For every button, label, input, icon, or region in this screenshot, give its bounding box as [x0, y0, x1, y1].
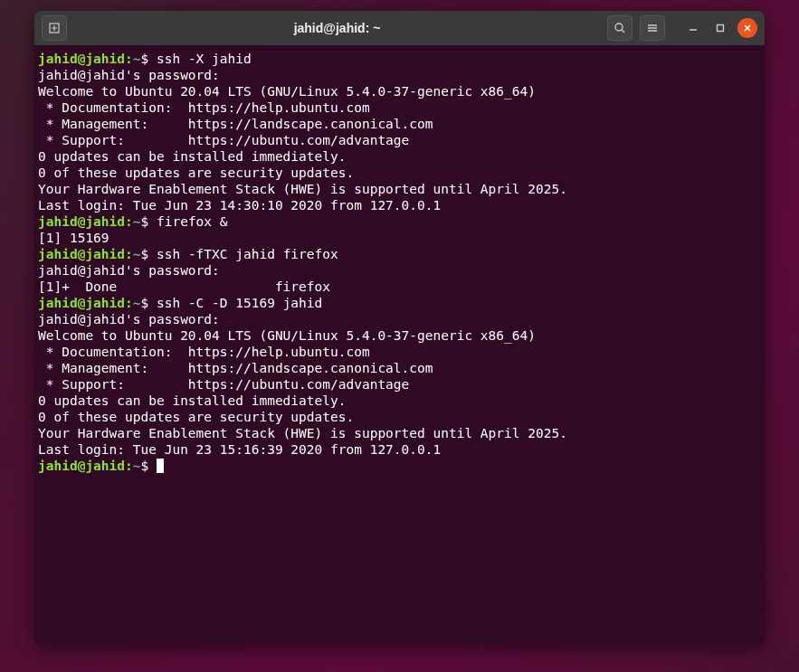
output-line: jahid@jahid's password: — [38, 67, 761, 83]
prompt-dollar: $ — [141, 296, 149, 310]
svg-point-3 — [615, 24, 623, 31]
minimize-button[interactable] — [683, 18, 703, 38]
new-tab-button[interactable] — [42, 15, 67, 41]
output-line: 0 of these updates are security updates. — [38, 409, 761, 425]
prompt-line: jahid@jahid:~$ — [38, 458, 761, 474]
prompt-line: jahid@jahid:~$ ssh -fTXC jahid firefox — [38, 246, 761, 262]
prompt-dollar: $ — [141, 247, 149, 261]
search-button[interactable] — [607, 15, 633, 41]
hamburger-icon — [646, 22, 659, 34]
prompt-line: jahid@jahid:~$ firefox & — [38, 213, 761, 230]
prompt-path: ~ — [133, 247, 141, 261]
output-line: Your Hardware Enablement Stack (HWE) is … — [38, 181, 761, 197]
new-tab-icon — [48, 22, 61, 34]
prompt-path: ~ — [133, 52, 141, 66]
prompt-sep: : — [125, 247, 133, 261]
output-line: [1]+ Done firefox — [38, 279, 761, 295]
output-line: Last login: Tue Jun 23 14:30:10 2020 fro… — [38, 197, 761, 213]
prompt-path: ~ — [133, 296, 141, 310]
prompt-sep: : — [125, 296, 133, 310]
prompt-userhost: jahid@jahid — [38, 296, 125, 310]
prompt-userhost: jahid@jahid — [38, 247, 125, 261]
maximize-button[interactable] — [710, 18, 730, 38]
close-button[interactable] — [737, 18, 757, 38]
output-line: * Documentation: https://help.ubuntu.com — [38, 99, 761, 116]
svg-line-4 — [622, 30, 624, 33]
maximize-icon — [716, 24, 725, 33]
terminal-output-area[interactable]: jahid@jahid:~$ ssh -X jahidjahid@jahid's… — [34, 45, 765, 645]
output-line: [1] 15169 — [38, 230, 761, 246]
cursor-block — [157, 459, 164, 473]
command-text: ssh -fTXC jahid firefox — [157, 247, 338, 261]
output-line: Welcome to Ubuntu 20.04 LTS (GNU/Linux 5… — [38, 83, 761, 99]
search-icon — [614, 22, 626, 34]
prompt-path: ~ — [133, 459, 141, 473]
prompt-dollar: $ — [141, 459, 149, 473]
svg-rect-9 — [718, 25, 724, 32]
command-text: firefox & — [157, 214, 228, 229]
output-line: Last login: Tue Jun 23 15:16:39 2020 fro… — [38, 441, 761, 458]
output-line: * Support: https://ubuntu.com/advantage — [38, 376, 761, 393]
prompt-sep: : — [125, 459, 133, 473]
output-line: 0 updates can be installed immediately. — [38, 148, 761, 165]
prompt-line: jahid@jahid:~$ ssh -X jahid — [38, 51, 761, 67]
prompt-line: jahid@jahid:~$ ssh -C -D 15169 jahid — [38, 295, 761, 311]
prompt-userhost: jahid@jahid — [38, 214, 125, 229]
output-line: * Management: https://landscape.canonica… — [38, 360, 761, 376]
output-line: jahid@jahid's password: — [38, 311, 761, 327]
output-line: 0 updates can be installed immediately. — [38, 393, 761, 409]
minimize-icon — [689, 24, 698, 33]
prompt-path: ~ — [133, 214, 141, 229]
output-line: * Management: https://landscape.canonica… — [38, 116, 761, 132]
output-line: jahid@jahid's password: — [38, 262, 761, 279]
prompt-sep: : — [125, 214, 133, 229]
terminal-window: jahid@jahid: ~ jahid@jahid:~$ ssh -X jah… — [34, 11, 765, 645]
output-line: Welcome to Ubuntu 20.04 LTS (GNU/Linux 5… — [38, 327, 761, 344]
prompt-dollar: $ — [141, 214, 149, 229]
output-line: 0 of these updates are security updates. — [38, 165, 761, 181]
window-title: jahid@jahid: ~ — [74, 21, 600, 35]
prompt-dollar: $ — [141, 52, 149, 66]
titlebar: jahid@jahid: ~ — [34, 11, 765, 45]
output-line: * Support: https://ubuntu.com/advantage — [38, 132, 761, 148]
command-text: ssh -C -D 15169 jahid — [157, 296, 322, 310]
output-line: * Documentation: https://help.ubuntu.com — [38, 344, 761, 360]
prompt-sep: : — [125, 52, 133, 66]
close-icon — [743, 24, 752, 33]
hamburger-menu-button[interactable] — [640, 15, 665, 41]
output-line: Your Hardware Enablement Stack (HWE) is … — [38, 425, 761, 441]
prompt-userhost: jahid@jahid — [38, 459, 125, 473]
prompt-userhost: jahid@jahid — [38, 52, 125, 66]
command-text: ssh -X jahid — [157, 52, 252, 66]
